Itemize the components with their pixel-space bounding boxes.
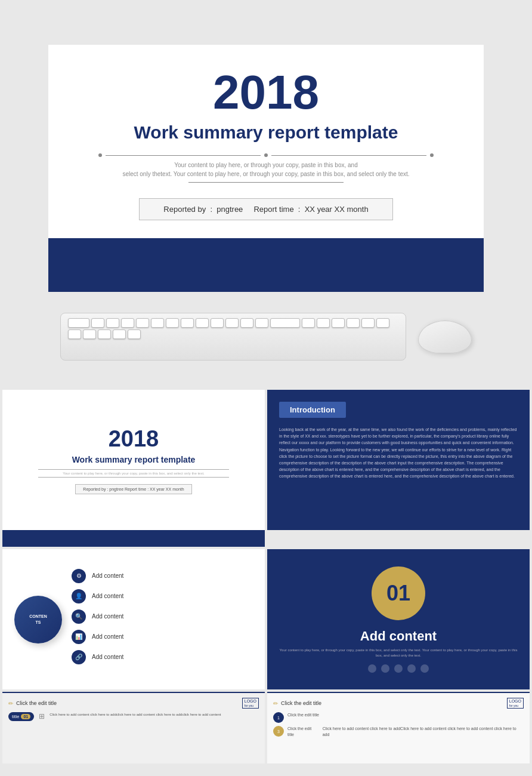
- edit-logo-2: LOGOfor you: [507, 698, 524, 709]
- pencil-icon-2: ✏: [273, 700, 278, 707]
- key: [211, 318, 224, 328]
- list-item: 👤 Add content: [72, 589, 253, 603]
- intro-text: Looking back at the work of the year, at…: [279, 426, 518, 480]
- key: [270, 318, 300, 328]
- key: [317, 318, 330, 328]
- slide-subtitle2: select only thetext. Your content to pla…: [84, 171, 448, 177]
- thumb-reported: Reported by : pngtree Report time : XX y…: [75, 484, 191, 494]
- keyboard-area: [0, 304, 532, 369]
- thumb-navy-bar: [2, 530, 265, 547]
- ci-icon-3: 🔍: [72, 609, 86, 624]
- thumb-line-bottom: [38, 477, 229, 478]
- edit6-num-2: 3: [273, 726, 284, 737]
- list-item: 🔗 Add content: [72, 650, 253, 664]
- thumb-contents: CONTENTS ⚙ Add content 👤 Add content 🔍 A…: [2, 549, 265, 689]
- thumb-edit-1: ✏ Click the edit title LOGOfor you title…: [2, 692, 265, 763]
- edit-logo-1: LOGOfor you: [242, 698, 259, 709]
- edit-title-row-1: ✏ Click the edit title: [8, 700, 57, 707]
- slide-subtitle1: Your content to play here, or through yo…: [84, 162, 448, 168]
- ci-text-4: Add content: [92, 633, 123, 640]
- key: [255, 318, 268, 328]
- key: [332, 318, 345, 328]
- divider-dot-left: [98, 153, 102, 157]
- edit6-text-1: Click the edit title: [287, 712, 319, 718]
- edit-header-1: ✏ Click the edit title LOGOfor you: [8, 698, 259, 709]
- slide-reported-box: Reported by : pngtree Report time : XX y…: [139, 198, 392, 220]
- contents-circle: CONTENTS: [14, 596, 62, 643]
- slide-divider-bottom: [84, 182, 448, 183]
- key: [68, 318, 89, 328]
- edit6-row-1: 1 Click the edit title: [273, 712, 524, 723]
- edit6-content-2: Click here to add content click here to …: [323, 726, 524, 738]
- ci-text-5: Add content: [92, 654, 123, 660]
- key: [98, 330, 111, 339]
- edit-content-text-1: Click here to add content click here to …: [50, 712, 221, 721]
- ac-icon-dot-2: [381, 664, 389, 673]
- key: [121, 318, 134, 328]
- ac-sub: Your content to play here, or through yo…: [267, 648, 530, 658]
- key: [106, 318, 119, 328]
- key: [68, 330, 81, 339]
- reported-by-value: pngtree: [216, 205, 243, 214]
- thumb-edit-2: ✏ Click the edit title LOGOfor you 1 Cli…: [267, 692, 530, 763]
- slide-navy-bar: [48, 238, 484, 292]
- ac-title: Add content: [360, 629, 437, 644]
- ac-icon-dot-1: [368, 664, 376, 673]
- key: [151, 318, 164, 328]
- key: [91, 318, 104, 328]
- key: [196, 318, 209, 328]
- tag-num: 01: [21, 714, 30, 719]
- mouse: [418, 321, 472, 353]
- contents-circle-text: CONTENTS: [29, 614, 47, 624]
- divider-line-right: [271, 155, 426, 156]
- ci-icon-4: 📊: [72, 630, 86, 644]
- key: [83, 330, 96, 339]
- edit6-text-2: Click the edit title: [287, 726, 319, 738]
- main-slide: 2018 Work summary report template Your c…: [48, 45, 484, 292]
- ac-icon-dot-3: [394, 664, 403, 673]
- key: [136, 318, 149, 328]
- edit-tag-1: title 01: [8, 712, 34, 721]
- thumb-addcontent: 01 Add content Your content to play here…: [267, 549, 530, 689]
- ac-circle: 01: [372, 566, 425, 620]
- ac-icon-dot-4: [407, 664, 416, 673]
- intro-label: Introduction: [279, 402, 346, 418]
- edit-body-1: title 01 ⊞ Click here to add content cli…: [8, 712, 259, 721]
- slide-title: Work summary report template: [84, 122, 448, 143]
- slide-top: 2018 Work summary report template Your c…: [48, 45, 484, 238]
- pencil-icon-1: ✏: [8, 700, 13, 707]
- report-time-label: Report time :: [245, 205, 305, 214]
- thumbnail-grid: 2018 Work summary report template Your c…: [0, 387, 532, 766]
- edit6-num-1: 1: [273, 712, 284, 723]
- thumb-subtitle: Your content to play here, or through yo…: [63, 472, 204, 475]
- keyboard: [60, 313, 406, 361]
- key: [240, 318, 253, 328]
- reported-by-label: Reported by :: [163, 205, 216, 214]
- keyboard-keys: [61, 313, 406, 339]
- key: [128, 330, 141, 339]
- thumb-edit-inner-2: ✏ Click the edit title LOGOfor you 1 Cli…: [267, 692, 530, 763]
- key: [361, 318, 375, 328]
- tag-label: title: [12, 714, 19, 719]
- ci-icon-1: ⚙: [72, 569, 86, 583]
- key: [181, 318, 194, 328]
- thumb-slide-preview: 2018 Work summary report template Your c…: [2, 390, 265, 547]
- ci-text-3: Add content: [92, 613, 123, 620]
- edit-title-text-1: Click the edit title: [16, 700, 57, 706]
- divider-bottom-line: [188, 182, 344, 183]
- edit-title-text-2: Click the edit title: [281, 700, 321, 706]
- divider-line-left: [106, 155, 261, 156]
- report-time-value: XX year XX month: [305, 205, 369, 214]
- thumb-line-top: [38, 469, 229, 470]
- ci-icon-2: 👤: [72, 589, 86, 603]
- ci-text-1: Add content: [92, 572, 123, 579]
- key: [376, 318, 389, 328]
- key: [225, 318, 239, 328]
- grid-icon-1: ⊞: [39, 712, 45, 721]
- ci-text-2: Add content: [92, 593, 123, 599]
- key: [302, 318, 315, 328]
- thumb-title: Work summary report template: [72, 455, 196, 464]
- edit6-row-2: 3 Click the edit title Click here to add…: [273, 726, 524, 738]
- divider-dot-far-right: [430, 153, 434, 157]
- slide-divider-top: [84, 153, 448, 157]
